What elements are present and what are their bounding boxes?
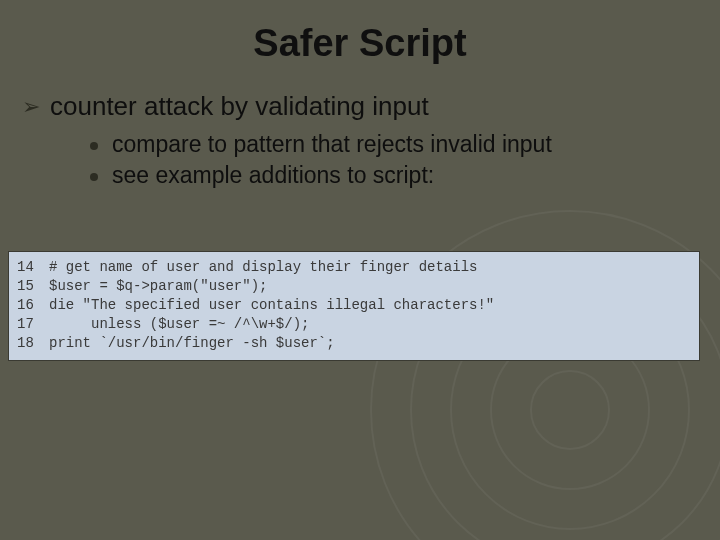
sub-bullet: compare to pattern that rejects invalid … xyxy=(90,131,690,158)
line-number: 17 xyxy=(17,315,49,334)
line-code: $user = $q->param("user"); xyxy=(49,277,494,296)
dot-icon xyxy=(90,142,98,150)
code-line: 15 $user = $q->param("user"); xyxy=(17,277,494,296)
code-table: 14 # get name of user and display their … xyxy=(17,258,494,352)
line-number: 16 xyxy=(17,296,49,315)
slide: Safer Script ➢ counter attack by validat… xyxy=(0,0,720,540)
line-number: 15 xyxy=(17,277,49,296)
slide-title: Safer Script xyxy=(30,22,690,65)
bullet-level2-list: compare to pattern that rejects invalid … xyxy=(90,131,690,189)
dot-icon xyxy=(90,173,98,181)
code-block: 14 # get name of user and display their … xyxy=(8,251,700,361)
line-number: 14 xyxy=(17,258,49,277)
code-line: 18 print `/usr/bin/finger -sh $user`; xyxy=(17,334,494,353)
line-code: # get name of user and display their fin… xyxy=(49,258,494,277)
sub-bullet-text: see example additions to script: xyxy=(112,162,434,189)
line-code: unless ($user =~ /^\w+$/); xyxy=(49,315,494,334)
bullet-level1-text: counter attack by validating input xyxy=(50,91,429,122)
arrow-icon: ➢ xyxy=(22,91,40,123)
code-line: 17 unless ($user =~ /^\w+$/); xyxy=(17,315,494,334)
bullet-level1: ➢ counter attack by validating input xyxy=(22,91,690,123)
code-line: 16 die "The specified user contains ille… xyxy=(17,296,494,315)
line-code: die "The specified user contains illegal… xyxy=(49,296,494,315)
sub-bullet-text: compare to pattern that rejects invalid … xyxy=(112,131,552,158)
sub-bullet: see example additions to script: xyxy=(90,162,690,189)
code-line: 14 # get name of user and display their … xyxy=(17,258,494,277)
line-number: 18 xyxy=(17,334,49,353)
line-code: print `/usr/bin/finger -sh $user`; xyxy=(49,334,494,353)
